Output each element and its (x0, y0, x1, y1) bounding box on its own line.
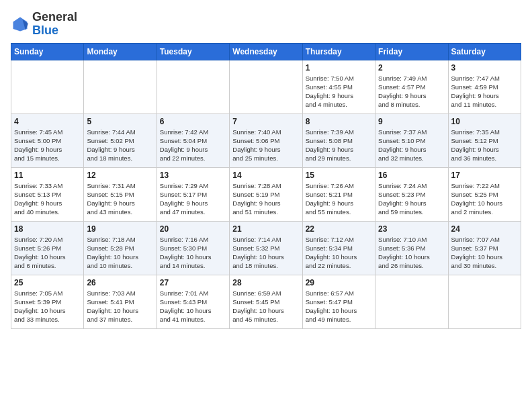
day-number: 14 (232, 171, 299, 180)
day-number: 25 (14, 278, 81, 287)
day-info: Sunrise: 7:31 AM Sunset: 5:15 PM Dayligh… (87, 181, 153, 217)
calendar-cell: 11Sunrise: 7:33 AM Sunset: 5:13 PM Dayli… (11, 167, 84, 221)
day-header: Saturday (448, 43, 521, 60)
day-info: Sunrise: 7:03 AM Sunset: 5:41 PM Dayligh… (87, 289, 153, 324)
day-header: Sunday (11, 43, 84, 60)
day-info: Sunrise: 7:35 AM Sunset: 5:12 PM Dayligh… (451, 128, 518, 163)
day-info: Sunrise: 7:39 AM Sunset: 5:08 PM Dayligh… (306, 128, 372, 163)
day-info: Sunrise: 7:28 AM Sunset: 5:19 PM Dayligh… (232, 181, 299, 217)
calendar-cell: 17Sunrise: 7:22 AM Sunset: 5:25 PM Dayli… (448, 167, 521, 221)
day-info: Sunrise: 7:45 AM Sunset: 5:00 PM Dayligh… (14, 128, 81, 163)
calendar-cell: 24Sunrise: 7:07 AM Sunset: 5:37 PM Dayli… (448, 221, 521, 275)
day-info: Sunrise: 7:05 AM Sunset: 5:39 PM Dayligh… (14, 289, 81, 324)
calendar-cell: 3Sunrise: 7:47 AM Sunset: 4:59 PM Daylig… (448, 60, 521, 113)
calendar-cell: 22Sunrise: 7:12 AM Sunset: 5:34 PM Dayli… (302, 221, 375, 275)
day-number: 3 (451, 63, 518, 73)
day-number: 10 (451, 117, 518, 126)
calendar-week: 1Sunrise: 7:50 AM Sunset: 4:55 PM Daylig… (11, 60, 521, 113)
day-info: Sunrise: 7:07 AM Sunset: 5:37 PM Dayligh… (451, 235, 518, 271)
day-info: Sunrise: 6:59 AM Sunset: 5:45 PM Dayligh… (232, 289, 299, 324)
day-number: 7 (232, 117, 299, 126)
day-info: Sunrise: 7:22 AM Sunset: 5:25 PM Dayligh… (451, 181, 518, 217)
calendar-table: SundayMondayTuesdayWednesdayThursdayFrid… (11, 43, 521, 329)
calendar-cell (11, 60, 84, 113)
day-number: 27 (160, 278, 226, 287)
calendar-cell: 8Sunrise: 7:39 AM Sunset: 5:08 PM Daylig… (302, 113, 375, 167)
calendar-cell: 7Sunrise: 7:40 AM Sunset: 5:06 PM Daylig… (230, 113, 302, 167)
calendar-cell (448, 275, 521, 328)
day-info: Sunrise: 7:44 AM Sunset: 5:02 PM Dayligh… (87, 128, 153, 163)
day-info: Sunrise: 7:01 AM Sunset: 5:43 PM Dayligh… (160, 289, 226, 324)
calendar-cell: 18Sunrise: 7:20 AM Sunset: 5:26 PM Dayli… (11, 221, 84, 275)
calendar-cell: 21Sunrise: 7:14 AM Sunset: 5:32 PM Dayli… (230, 221, 302, 275)
day-info: Sunrise: 7:37 AM Sunset: 5:10 PM Dayligh… (378, 128, 445, 163)
calendar-cell: 13Sunrise: 7:29 AM Sunset: 5:17 PM Dayli… (157, 167, 229, 221)
day-info: Sunrise: 7:49 AM Sunset: 4:57 PM Dayligh… (378, 74, 445, 109)
day-number: 4 (14, 117, 81, 126)
calendar-cell: 28Sunrise: 6:59 AM Sunset: 5:45 PM Dayli… (230, 275, 302, 328)
day-info: Sunrise: 7:42 AM Sunset: 5:04 PM Dayligh… (160, 128, 226, 163)
day-number: 29 (306, 278, 372, 287)
calendar-week: 11Sunrise: 7:33 AM Sunset: 5:13 PM Dayli… (11, 167, 521, 221)
calendar-cell: 26Sunrise: 7:03 AM Sunset: 5:41 PM Dayli… (84, 275, 157, 328)
calendar-cell: 20Sunrise: 7:16 AM Sunset: 5:30 PM Dayli… (157, 221, 229, 275)
calendar-cell: 14Sunrise: 7:28 AM Sunset: 5:19 PM Dayli… (230, 167, 302, 221)
day-number: 12 (87, 171, 153, 180)
day-number: 11 (14, 171, 81, 180)
logo: General Blue (11, 11, 77, 38)
day-number: 15 (306, 171, 372, 180)
day-number: 1 (306, 63, 372, 73)
calendar-week: 4Sunrise: 7:45 AM Sunset: 5:00 PM Daylig… (11, 113, 521, 167)
header-row: SundayMondayTuesdayWednesdayThursdayFrid… (11, 43, 521, 60)
day-info: Sunrise: 7:14 AM Sunset: 5:32 PM Dayligh… (232, 235, 299, 271)
calendar-cell: 29Sunrise: 6:57 AM Sunset: 5:47 PM Dayli… (302, 275, 375, 328)
day-info: Sunrise: 7:26 AM Sunset: 5:21 PM Dayligh… (306, 181, 372, 217)
day-number: 2 (378, 63, 445, 73)
calendar-cell: 12Sunrise: 7:31 AM Sunset: 5:15 PM Dayli… (84, 167, 157, 221)
calendar-cell: 9Sunrise: 7:37 AM Sunset: 5:10 PM Daylig… (375, 113, 448, 167)
calendar-cell (84, 60, 157, 113)
day-info: Sunrise: 6:57 AM Sunset: 5:47 PM Dayligh… (306, 289, 372, 324)
day-number: 21 (232, 224, 299, 234)
calendar-cell: 2Sunrise: 7:49 AM Sunset: 4:57 PM Daylig… (375, 60, 448, 113)
day-number: 13 (160, 171, 226, 180)
calendar-cell: 5Sunrise: 7:44 AM Sunset: 5:02 PM Daylig… (84, 113, 157, 167)
logo-icon (11, 15, 30, 34)
day-number: 28 (232, 278, 299, 287)
calendar-cell (157, 60, 229, 113)
day-info: Sunrise: 7:40 AM Sunset: 5:06 PM Dayligh… (232, 128, 299, 163)
day-header: Wednesday (230, 43, 302, 60)
day-info: Sunrise: 7:12 AM Sunset: 5:34 PM Dayligh… (306, 235, 372, 271)
header: General Blue (11, 11, 521, 38)
day-info: Sunrise: 7:10 AM Sunset: 5:36 PM Dayligh… (378, 235, 445, 271)
day-info: Sunrise: 7:47 AM Sunset: 4:59 PM Dayligh… (451, 74, 518, 109)
logo-text: General Blue (32, 11, 77, 38)
calendar-week: 25Sunrise: 7:05 AM Sunset: 5:39 PM Dayli… (11, 275, 521, 328)
day-info: Sunrise: 7:16 AM Sunset: 5:30 PM Dayligh… (160, 235, 226, 271)
day-number: 16 (378, 171, 445, 180)
day-number: 5 (87, 117, 153, 126)
day-number: 26 (87, 278, 153, 287)
day-number: 17 (451, 171, 518, 180)
day-number: 9 (378, 117, 445, 126)
page: General Blue SundayMondayTuesdayWednesda… (0, 0, 532, 334)
calendar-week: 18Sunrise: 7:20 AM Sunset: 5:26 PM Dayli… (11, 221, 521, 275)
calendar-cell (375, 275, 448, 328)
calendar-cell: 10Sunrise: 7:35 AM Sunset: 5:12 PM Dayli… (448, 113, 521, 167)
day-info: Sunrise: 7:29 AM Sunset: 5:17 PM Dayligh… (160, 181, 226, 217)
day-info: Sunrise: 7:24 AM Sunset: 5:23 PM Dayligh… (378, 181, 445, 217)
day-number: 20 (160, 224, 226, 234)
calendar-cell: 6Sunrise: 7:42 AM Sunset: 5:04 PM Daylig… (157, 113, 229, 167)
day-header: Monday (84, 43, 157, 60)
day-info: Sunrise: 7:50 AM Sunset: 4:55 PM Dayligh… (306, 74, 372, 109)
day-info: Sunrise: 7:20 AM Sunset: 5:26 PM Dayligh… (14, 235, 81, 271)
calendar-cell: 19Sunrise: 7:18 AM Sunset: 5:28 PM Dayli… (84, 221, 157, 275)
day-header: Thursday (302, 43, 375, 60)
calendar-cell: 23Sunrise: 7:10 AM Sunset: 5:36 PM Dayli… (375, 221, 448, 275)
day-number: 23 (378, 224, 445, 234)
calendar-cell: 15Sunrise: 7:26 AM Sunset: 5:21 PM Dayli… (302, 167, 375, 221)
calendar-cell: 25Sunrise: 7:05 AM Sunset: 5:39 PM Dayli… (11, 275, 84, 328)
day-header: Tuesday (157, 43, 229, 60)
day-number: 24 (451, 224, 518, 234)
day-number: 8 (306, 117, 372, 126)
